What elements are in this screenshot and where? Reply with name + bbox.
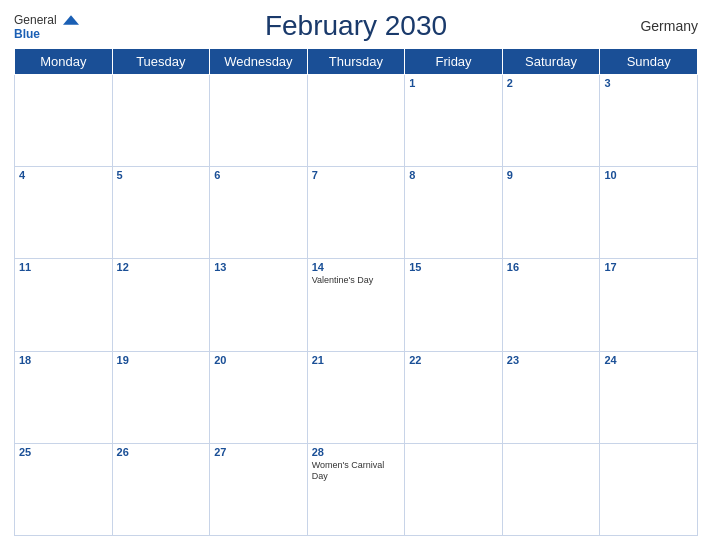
- svg-marker-0: [63, 15, 79, 25]
- day-number: 3: [604, 77, 693, 89]
- day-number: 25: [19, 446, 108, 458]
- day-number: 26: [117, 446, 206, 458]
- table-row: [405, 443, 503, 535]
- header-sunday: Sunday: [600, 49, 698, 75]
- logo-bird-icon: [63, 13, 79, 27]
- day-number: 5: [117, 169, 206, 181]
- table-row: 15: [405, 259, 503, 351]
- day-number: 20: [214, 354, 303, 366]
- table-row: 5: [112, 167, 210, 259]
- table-row: 21: [307, 351, 405, 443]
- table-row: [502, 443, 600, 535]
- country-label: Germany: [640, 18, 698, 34]
- logo: General: [14, 10, 79, 28]
- day-number: 24: [604, 354, 693, 366]
- table-row: 16: [502, 259, 600, 351]
- day-number: 22: [409, 354, 498, 366]
- calendar-container: General Blue February 2030 Germany Monda…: [0, 0, 712, 550]
- table-row: 1: [405, 75, 503, 167]
- header-tuesday: Tuesday: [112, 49, 210, 75]
- day-number: 4: [19, 169, 108, 181]
- table-row: 10: [600, 167, 698, 259]
- day-number: 18: [19, 354, 108, 366]
- table-row: 7: [307, 167, 405, 259]
- event-label: Women's Carnival Day: [312, 460, 401, 483]
- day-number: 17: [604, 261, 693, 273]
- table-row: 25: [15, 443, 113, 535]
- calendar-week-row: 25262728Women's Carnival Day: [15, 443, 698, 535]
- table-row: 6: [210, 167, 308, 259]
- logo-blue: Blue: [14, 28, 40, 41]
- header-row: General Blue February 2030 Germany: [14, 10, 698, 42]
- day-number: 15: [409, 261, 498, 273]
- table-row: 9: [502, 167, 600, 259]
- table-row: 27: [210, 443, 308, 535]
- table-row: 20: [210, 351, 308, 443]
- table-row: 14Valentine's Day: [307, 259, 405, 351]
- table-row: [112, 75, 210, 167]
- table-row: 12: [112, 259, 210, 351]
- day-number: 16: [507, 261, 596, 273]
- calendar-week-row: 11121314Valentine's Day151617: [15, 259, 698, 351]
- day-number: 27: [214, 446, 303, 458]
- table-row: 11: [15, 259, 113, 351]
- table-row: 23: [502, 351, 600, 443]
- event-label: Valentine's Day: [312, 275, 401, 287]
- table-row: 4: [15, 167, 113, 259]
- calendar-week-row: 18192021222324: [15, 351, 698, 443]
- table-row: 2: [502, 75, 600, 167]
- day-number: 19: [117, 354, 206, 366]
- calendar-week-row: 45678910: [15, 167, 698, 259]
- table-row: 26: [112, 443, 210, 535]
- day-number: 9: [507, 169, 596, 181]
- table-row: [600, 443, 698, 535]
- table-row: 19: [112, 351, 210, 443]
- weekday-header-row: Monday Tuesday Wednesday Thursday Friday…: [15, 49, 698, 75]
- table-row: [210, 75, 308, 167]
- header-friday: Friday: [405, 49, 503, 75]
- header-monday: Monday: [15, 49, 113, 75]
- day-number: 23: [507, 354, 596, 366]
- day-number: 1: [409, 77, 498, 89]
- table-row: [307, 75, 405, 167]
- header-saturday: Saturday: [502, 49, 600, 75]
- day-number: 28: [312, 446, 401, 458]
- table-row: 18: [15, 351, 113, 443]
- table-row: 17: [600, 259, 698, 351]
- header-wednesday: Wednesday: [210, 49, 308, 75]
- table-row: 8: [405, 167, 503, 259]
- day-number: 21: [312, 354, 401, 366]
- logo-area: General Blue: [14, 10, 79, 41]
- header-thursday: Thursday: [307, 49, 405, 75]
- day-number: 13: [214, 261, 303, 273]
- calendar-table: Monday Tuesday Wednesday Thursday Friday…: [14, 48, 698, 536]
- table-row: 24: [600, 351, 698, 443]
- calendar-week-row: 123: [15, 75, 698, 167]
- day-number: 6: [214, 169, 303, 181]
- day-number: 12: [117, 261, 206, 273]
- table-row: 28Women's Carnival Day: [307, 443, 405, 535]
- table-row: [15, 75, 113, 167]
- day-number: 8: [409, 169, 498, 181]
- day-number: 2: [507, 77, 596, 89]
- day-number: 10: [604, 169, 693, 181]
- table-row: 13: [210, 259, 308, 351]
- day-number: 11: [19, 261, 108, 273]
- logo-general: General: [14, 13, 57, 27]
- table-row: 22: [405, 351, 503, 443]
- month-title: February 2030: [265, 10, 447, 42]
- table-row: 3: [600, 75, 698, 167]
- day-number: 14: [312, 261, 401, 273]
- day-number: 7: [312, 169, 401, 181]
